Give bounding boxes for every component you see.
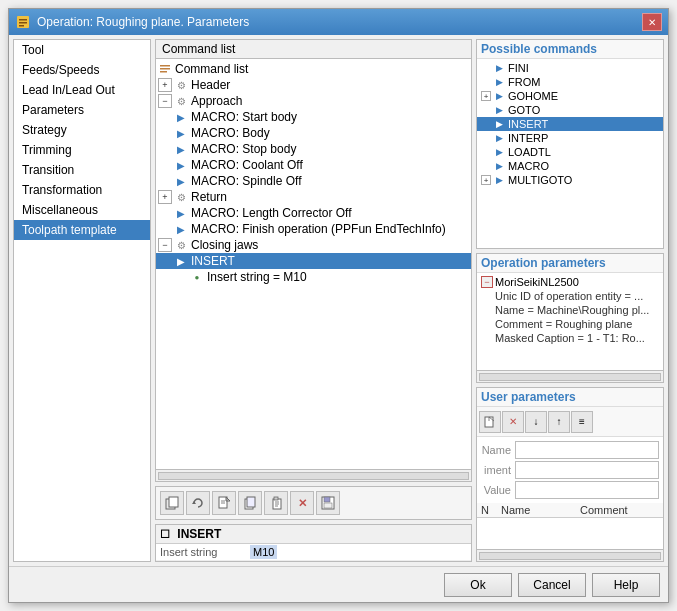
tree-item-return[interactable]: + ⚙ Return (156, 189, 471, 205)
expand-machine[interactable]: − (481, 276, 493, 288)
insert-value[interactable]: M10 (250, 545, 277, 559)
op-params-content[interactable]: − MoriSeikiNL2500 Unic ID of operation e… (477, 273, 663, 370)
poss-item-multigoto[interactable]: + ▶ MULTIGOTO (477, 173, 663, 187)
svg-rect-25 (324, 503, 332, 508)
properties-panel: ☐ INSERT Insert string M10 (155, 524, 472, 562)
delete-btn[interactable]: ✕ (290, 491, 314, 515)
up-list-btn[interactable]: ≡ (571, 411, 593, 433)
expand-return[interactable]: + (158, 190, 172, 204)
up-value-label: Value (481, 484, 511, 496)
table-row: Insert string M10 (156, 544, 471, 561)
command-list-title: Command list (156, 40, 471, 59)
props-header: ☐ INSERT (156, 525, 471, 544)
up-iment-input[interactable] (515, 461, 659, 479)
prop-value[interactable]: M10 (246, 544, 471, 561)
poss-item-from[interactable]: ▶ FROM (477, 75, 663, 89)
expand-gohome[interactable]: + (481, 91, 491, 101)
sidebar-item-parameters[interactable]: Parameters (14, 100, 150, 120)
up-value-input[interactable] (515, 481, 659, 499)
close-button[interactable]: ✕ (642, 13, 662, 31)
sidebar-item-strategy[interactable]: Strategy (14, 120, 150, 140)
cmd-icon-fini: ▶ (493, 62, 505, 74)
up-up-btn[interactable]: ↑ (548, 411, 570, 433)
poss-label: GOHOME (508, 90, 558, 102)
paste-btn[interactable] (264, 491, 288, 515)
up-name-input[interactable] (515, 441, 659, 459)
tree-label: MACRO: Spindle Off (191, 174, 301, 188)
up-col-comment: Comment (580, 504, 659, 516)
user-params-panel: User parameters ✕ ↓ ↑ ≡ Name (476, 387, 664, 562)
h-scrollbar[interactable] (158, 472, 469, 480)
tree-item-approach[interactable]: − ⚙ Approach (156, 93, 471, 109)
op-h-scrollbar[interactable] (479, 373, 661, 381)
svg-marker-9 (192, 501, 196, 504)
up-down-btn[interactable]: ↓ (525, 411, 547, 433)
help-button[interactable]: Help (592, 573, 660, 597)
cmd-icon: ▶ (174, 126, 188, 140)
svg-rect-4 (160, 65, 170, 67)
up-name-row: Name (481, 441, 659, 459)
new-btn[interactable] (212, 491, 236, 515)
h-scrollbar-area[interactable] (156, 469, 471, 481)
sidebar-item-tool[interactable]: Tool (14, 40, 150, 60)
up-table-body (477, 518, 663, 549)
list-icon (158, 62, 172, 76)
tree-item-macro-start[interactable]: ▶ MACRO: Start body (156, 109, 471, 125)
sidebar-item-miscellaneous[interactable]: Miscellaneous (14, 200, 150, 220)
tree-label: Return (191, 190, 227, 204)
poss-item-goto[interactable]: ▶ GOTO (477, 103, 663, 117)
tree-item-macro-coolant[interactable]: ▶ MACRO: Coolant Off (156, 157, 471, 173)
possible-commands-list[interactable]: ▶ FINI ▶ FROM + ▶ GOHOME (477, 59, 663, 248)
main-content: Tool Feeds/Speeds Lead In/Lead Out Param… (9, 35, 668, 566)
tree-label: MACRO: Start body (191, 110, 297, 124)
cmd-icon-interp: ▶ (493, 132, 505, 144)
op-item-machine[interactable]: − MoriSeikiNL2500 (479, 275, 661, 289)
op-row-name: Name = Machine\Roughing pl... (479, 303, 661, 317)
expand-header[interactable]: + (158, 78, 172, 92)
save-btn[interactable] (316, 491, 340, 515)
ok-button[interactable]: Ok (444, 573, 512, 597)
refresh-btn[interactable] (186, 491, 210, 515)
up-value-row: Value (481, 481, 659, 499)
tree-container[interactable]: Command list + ⚙ Header − ⚙ Approach (156, 59, 471, 469)
sidebar-item-trimming[interactable]: Trimming (14, 140, 150, 160)
copy-list-btn[interactable] (160, 491, 184, 515)
expand-multigoto[interactable]: + (481, 175, 491, 185)
poss-item-insert[interactable]: ▶ INSERT (477, 117, 663, 131)
poss-label: INTERP (508, 132, 548, 144)
poss-item-macro[interactable]: ▶ MACRO (477, 159, 663, 173)
poss-item-loadtl[interactable]: ▶ LOADTL (477, 145, 663, 159)
tree-item-commandlist[interactable]: Command list (156, 61, 471, 77)
tree-item-macro-finish[interactable]: ▶ MACRO: Finish operation (PPFun EndTech… (156, 221, 471, 237)
cmd-icon-from: ▶ (493, 76, 505, 88)
up-new-btn[interactable] (479, 411, 501, 433)
op-scrollbar-h[interactable] (477, 370, 663, 382)
poss-label: FROM (508, 76, 540, 88)
tree-item-macro-stop[interactable]: ▶ MACRO: Stop body (156, 141, 471, 157)
op-row-uid: Unic ID of operation entity = ... (479, 289, 661, 303)
expand-closing[interactable]: − (158, 238, 172, 252)
poss-item-fini[interactable]: ▶ FINI (477, 61, 663, 75)
poss-item-gohome[interactable]: + ▶ GOHOME (477, 89, 663, 103)
up-h-scrollbar[interactable] (479, 552, 661, 560)
copy-btn[interactable] (238, 491, 262, 515)
tree-item-macro-spindle[interactable]: ▶ MACRO: Spindle Off (156, 173, 471, 189)
sidebar-item-toolpath[interactable]: Toolpath template (14, 220, 150, 240)
sidebar-item-transformation[interactable]: Transformation (14, 180, 150, 200)
sidebar-item-feeds[interactable]: Feeds/Speeds (14, 60, 150, 80)
tree-item-header[interactable]: + ⚙ Header (156, 77, 471, 93)
poss-item-interp[interactable]: ▶ INTERP (477, 131, 663, 145)
tree-item-closing[interactable]: − ⚙ Closing jaws (156, 237, 471, 253)
gear-icon: ⚙ (174, 78, 188, 92)
up-scrollbar[interactable] (477, 549, 663, 561)
sidebar-item-lead[interactable]: Lead In/Lead Out (14, 80, 150, 100)
expand-approach[interactable]: − (158, 94, 172, 108)
cancel-button[interactable]: Cancel (518, 573, 586, 597)
tree-item-macro-length[interactable]: ▶ MACRO: Length Corrector Off (156, 205, 471, 221)
tree-item-insert[interactable]: ▶ INSERT (156, 253, 471, 269)
tree-item-insert-string[interactable]: ● Insert string = M10 (156, 269, 471, 285)
tree-label: Closing jaws (191, 238, 258, 252)
tree-item-macro-body[interactable]: ▶ MACRO: Body (156, 125, 471, 141)
up-delete-btn[interactable]: ✕ (502, 411, 524, 433)
sidebar-item-transition[interactable]: Transition (14, 160, 150, 180)
